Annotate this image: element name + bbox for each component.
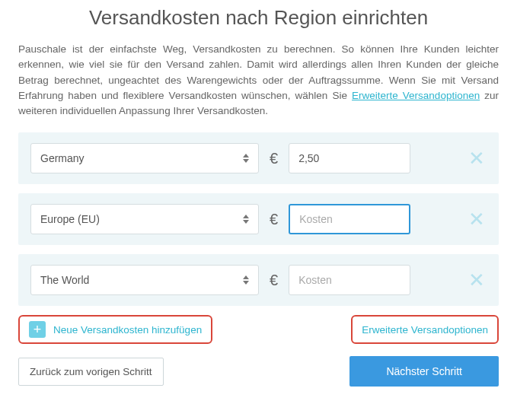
region-selected-value: The World [40,274,89,286]
region-select[interactable]: The World [30,265,259,295]
back-button[interactable]: Zurück zum vorigen Schritt [18,358,164,386]
cost-input[interactable] [289,143,410,173]
shipping-row: The World € ✕ [18,254,499,306]
next-button[interactable]: Nächster Schritt [349,356,499,387]
currency-symbol: € [270,211,278,228]
shipping-row: Europe (EU) € ✕ [18,193,499,245]
advanced-options-button[interactable]: Erweiterte Versandoptionen [351,315,499,344]
plus-icon: + [29,321,46,338]
advanced-options-link[interactable]: Erweiterte Versandoptionen [352,90,480,101]
page-title: Versandkosten nach Region einrichten [18,6,499,30]
region-select[interactable]: Germany [30,143,259,173]
close-icon[interactable]: ✕ [465,145,488,171]
add-shipping-label: Neue Versandkosten hinzufügen [53,324,202,336]
close-icon[interactable]: ✕ [465,267,488,293]
close-icon[interactable]: ✕ [465,206,488,232]
intro-text: Pauschale ist der einfachste Weg, Versan… [18,42,499,119]
advanced-options-label: Erweiterte Versandoptionen [362,324,488,336]
region-selected-value: Germany [40,152,85,164]
cost-input[interactable] [289,204,410,234]
add-shipping-button[interactable]: + Neue Versandkosten hinzufügen [18,315,212,344]
cost-input[interactable] [289,265,410,295]
currency-symbol: € [270,150,278,167]
region-select[interactable]: Europe (EU) [30,204,259,234]
shipping-row: Germany € ✕ [18,132,499,184]
region-selected-value: Europe (EU) [40,213,100,225]
currency-symbol: € [270,272,278,289]
